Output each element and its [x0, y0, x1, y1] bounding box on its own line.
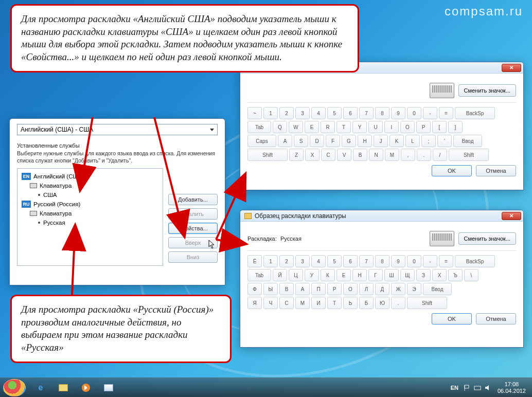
- key[interactable]: 0: [407, 107, 421, 119]
- key[interactable]: И: [311, 297, 326, 309]
- key[interactable]: Ф: [247, 283, 262, 295]
- key[interactable]: У: [305, 269, 319, 281]
- key[interactable]: Ц: [289, 269, 303, 281]
- key[interactable]: Т: [327, 297, 342, 309]
- tree-ru-layout-russian[interactable]: Русская: [22, 218, 158, 227]
- key[interactable]: E: [305, 121, 319, 133]
- start-button[interactable]: [3, 379, 26, 396]
- key[interactable]: 5: [327, 255, 342, 267]
- key[interactable]: Э: [407, 283, 421, 295]
- taskbar-clock[interactable]: 17:08 06.04.2012: [494, 381, 529, 393]
- key[interactable]: Х: [432, 269, 447, 281]
- key[interactable]: P: [416, 121, 431, 133]
- taskbar-ie-icon[interactable]: e: [30, 380, 51, 395]
- key[interactable]: ': [437, 135, 452, 147]
- key[interactable]: З: [416, 269, 431, 281]
- key[interactable]: X: [305, 149, 320, 161]
- key[interactable]: Ь: [343, 297, 358, 309]
- key[interactable]: C: [321, 149, 335, 161]
- key[interactable]: Я: [247, 297, 262, 309]
- key[interactable]: 7: [359, 107, 374, 119]
- key[interactable]: Н: [352, 269, 367, 281]
- properties-button[interactable]: Свойства...: [168, 223, 218, 234]
- key[interactable]: 0: [407, 255, 421, 267]
- key[interactable]: Е: [336, 269, 351, 281]
- key[interactable]: ~: [247, 107, 262, 119]
- key[interactable]: Y: [352, 121, 367, 133]
- key[interactable]: Z: [289, 149, 304, 161]
- tree-ru-keyboard[interactable]: Клавиатура: [22, 209, 158, 218]
- key[interactable]: Ввод: [423, 283, 452, 295]
- key[interactable]: Ч: [263, 297, 278, 309]
- key[interactable]: 2: [279, 107, 294, 119]
- change-icon-button[interactable]: Сменить значок...: [458, 84, 517, 97]
- key[interactable]: 8: [375, 107, 389, 119]
- key[interactable]: 8: [375, 255, 389, 267]
- language-indicator[interactable]: EN: [449, 384, 460, 392]
- key[interactable]: Ж: [391, 283, 405, 295]
- taskbar-mediaplayer-icon[interactable]: [75, 380, 97, 395]
- key[interactable]: O: [400, 121, 415, 133]
- key[interactable]: Tab: [247, 121, 271, 133]
- change-icon-button[interactable]: Сменить значок...: [458, 232, 517, 245]
- add-button[interactable]: Добавить...: [168, 194, 218, 205]
- key[interactable]: W: [289, 121, 303, 133]
- key[interactable]: Б: [359, 297, 374, 309]
- key[interactable]: /: [433, 149, 447, 161]
- key[interactable]: 2: [279, 255, 294, 267]
- remove-button[interactable]: Удалить: [168, 208, 218, 220]
- key[interactable]: G: [342, 135, 356, 147]
- tree-en-layout-usa[interactable]: США: [22, 190, 158, 200]
- move-up-button[interactable]: Вверх: [168, 237, 218, 248]
- key[interactable]: [: [432, 121, 447, 133]
- close-button[interactable]: ✕: [502, 64, 521, 72]
- key[interactable]: Д: [375, 283, 389, 295]
- tray-flag-icon[interactable]: [464, 384, 471, 391]
- key[interactable]: 5: [327, 107, 342, 119]
- key[interactable]: .: [417, 149, 431, 161]
- key[interactable]: Щ: [400, 269, 415, 281]
- tree-lang-ru[interactable]: RU Русский (Россия): [22, 200, 158, 209]
- key[interactable]: М: [295, 297, 310, 309]
- key[interactable]: V: [337, 149, 351, 161]
- key[interactable]: Tab: [247, 269, 271, 281]
- default-input-language-dropdown[interactable]: Английский (США) - США: [17, 124, 218, 135]
- key[interactable]: U: [368, 121, 383, 133]
- tree-lang-en[interactable]: EN Английский (США): [22, 172, 158, 181]
- key[interactable]: Q: [273, 121, 287, 133]
- ok-button[interactable]: OK: [432, 313, 472, 324]
- key[interactable]: D: [310, 135, 324, 147]
- key[interactable]: Л: [359, 283, 374, 295]
- key[interactable]: M: [385, 149, 399, 161]
- taskbar-app-icon[interactable]: [98, 380, 119, 395]
- key[interactable]: I: [384, 121, 399, 133]
- key[interactable]: Ъ: [448, 269, 463, 281]
- key[interactable]: L: [405, 135, 420, 147]
- ok-button[interactable]: OK: [432, 165, 472, 176]
- key[interactable]: К: [321, 269, 335, 281]
- key[interactable]: ;: [421, 135, 436, 147]
- key[interactable]: B: [353, 149, 367, 161]
- close-button[interactable]: ✕: [502, 212, 521, 220]
- tray-volume-icon[interactable]: [484, 384, 491, 391]
- key[interactable]: 9: [391, 107, 405, 119]
- key[interactable]: Shift: [247, 149, 288, 161]
- key[interactable]: 4: [311, 255, 326, 267]
- key[interactable]: О: [343, 283, 358, 295]
- key[interactable]: С: [279, 297, 294, 309]
- key[interactable]: \: [464, 269, 478, 281]
- key[interactable]: =: [439, 255, 453, 267]
- key[interactable]: A: [278, 135, 292, 147]
- taskbar-explorer-icon[interactable]: [52, 380, 74, 395]
- cancel-button[interactable]: Отмена: [476, 165, 516, 176]
- key[interactable]: =: [439, 107, 453, 119]
- key[interactable]: А: [295, 283, 310, 295]
- key[interactable]: Р: [327, 283, 342, 295]
- key[interactable]: Й: [273, 269, 287, 281]
- move-down-button[interactable]: Вниз: [168, 251, 218, 263]
- key[interactable]: R: [321, 121, 335, 133]
- key[interactable]: Caps: [247, 135, 276, 147]
- key[interactable]: Ё: [247, 255, 262, 267]
- key[interactable]: K: [389, 135, 404, 147]
- key[interactable]: Shift: [407, 297, 447, 309]
